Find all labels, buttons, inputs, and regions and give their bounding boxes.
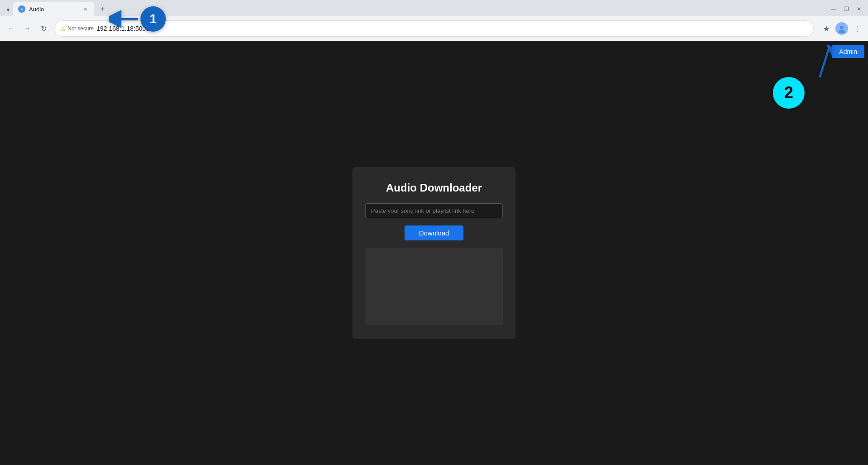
window-controls: — ❐ ✕ — [828, 4, 868, 16]
address-bar[interactable]: ⚠ Not secure 192.168.1.18:5005 — [54, 20, 814, 37]
song-link-input[interactable] — [365, 203, 503, 218]
nav-right: ★ ⋮ — [819, 21, 864, 36]
svg-line-5 — [820, 49, 829, 77]
minimize-button[interactable]: — — [828, 4, 839, 14]
bookmark-button[interactable]: ★ — [819, 21, 834, 36]
svg-point-1 — [839, 30, 845, 33]
address-text: 192.168.1.18:5005 — [96, 25, 808, 32]
browser-chrome: ▼ A Audio ✕ + — ❐ ✕ ← → ↻ ⚠ Not secure 1… — [0, 0, 868, 41]
new-tab-button[interactable]: + — [96, 3, 109, 15]
forward-button[interactable]: → — [20, 21, 34, 36]
annotation-2: 2 — [773, 77, 805, 109]
tab-list-btn[interactable]: ▼ — [4, 4, 13, 16]
annotation-badge-2: 2 — [773, 77, 805, 109]
reload-button[interactable]: ↻ — [36, 21, 51, 36]
close-button[interactable]: ✕ — [854, 4, 864, 14]
svg-point-0 — [840, 26, 844, 29]
download-button[interactable]: Download — [405, 225, 464, 240]
tab-title: Audio — [29, 6, 44, 13]
profile-icon — [837, 24, 846, 33]
active-tab[interactable]: A Audio ✕ — [13, 2, 94, 16]
admin-button[interactable]: Admin — [832, 45, 864, 58]
tab-close-button[interactable]: ✕ — [82, 5, 89, 13]
restore-button[interactable]: ❐ — [841, 4, 852, 14]
not-secure-indicator: ⚠ Not secure — [60, 25, 94, 32]
profile-button[interactable] — [835, 22, 848, 35]
warning-icon: ⚠ — [60, 25, 66, 32]
browser-menu-button[interactable]: ⋮ — [850, 21, 864, 36]
annotation-arrow-2 — [796, 45, 832, 81]
nav-bar: ← → ↻ ⚠ Not secure 192.168.1.18:5005 ★ ⋮ — [0, 16, 868, 41]
back-button[interactable]: ← — [4, 21, 18, 36]
tab-bar: ▼ A Audio ✕ + — ❐ ✕ — [0, 0, 868, 16]
page-content: Admin 2 Audio Downloader Download — [0, 41, 868, 465]
output-area — [365, 248, 503, 325]
tab-favicon: A — [18, 5, 25, 13]
audio-downloader-card: Audio Downloader Download — [352, 167, 516, 339]
card-title: Audio Downloader — [386, 182, 482, 194]
